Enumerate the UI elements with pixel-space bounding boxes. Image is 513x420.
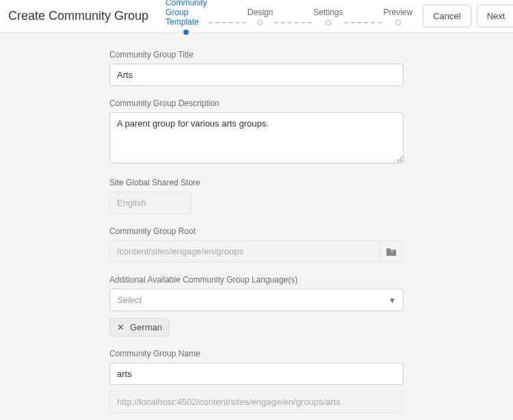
field-group-store: Site Global Shared Store English <box>109 178 404 214</box>
step-dot <box>326 20 331 25</box>
description-textarea[interactable]: A parent group for various arts groups. <box>109 112 404 163</box>
field-group-root: Community Group Root /content/sites/enga… <box>109 226 404 263</box>
form-area: Community Group Title Community Group De… <box>0 33 513 420</box>
step-template[interactable]: Community Group Template <box>166 0 207 35</box>
store-readonly: English <box>109 192 192 214</box>
root-path-readonly: /content/sites/engage/en/groups <box>109 240 379 263</box>
language-chip-german[interactable]: ✕ German <box>109 318 170 337</box>
title-input[interactable] <box>109 64 404 86</box>
root-row: /content/sites/engage/en/groups <box>109 240 404 263</box>
field-group-title: Community Group Title <box>109 50 404 86</box>
root-browse-button[interactable] <box>379 240 404 263</box>
step-label: Settings <box>313 8 343 17</box>
field-group-name: Community Group Name http://localhost:45… <box>109 349 404 420</box>
step-label: Preview <box>383 8 412 17</box>
step-settings[interactable]: Settings <box>313 8 343 25</box>
chevron-down-icon: ▼ <box>389 296 396 304</box>
step-dot <box>183 29 189 35</box>
store-label: Site Global Shared Store <box>109 178 404 187</box>
language-chip-label: German <box>130 322 162 332</box>
url-preview: http://localhost:4502/content/sites/enga… <box>109 391 404 413</box>
cancel-button[interactable]: Cancel <box>423 5 471 27</box>
languages-label: Additional Available Community Group Lan… <box>109 275 404 285</box>
next-button[interactable]: Next <box>477 5 513 27</box>
step-label: Design <box>248 8 273 17</box>
step-preview[interactable]: Preview <box>383 8 412 25</box>
close-icon: ✕ <box>117 322 124 332</box>
languages-select[interactable]: Select ▼ <box>109 289 404 311</box>
step-label: Community Group Template <box>166 0 207 27</box>
field-group-description: Community Group Description A parent gro… <box>109 99 404 166</box>
step-design[interactable]: Design <box>248 8 273 25</box>
root-label: Community Group Root <box>109 226 404 236</box>
step-connector <box>209 22 246 23</box>
step-connector <box>344 22 382 23</box>
description-label: Community Group Description <box>109 99 404 108</box>
title-label: Community Group Title <box>109 50 404 60</box>
field-group-languages: Additional Available Community Group Lan… <box>109 275 404 337</box>
step-dot <box>257 20 263 25</box>
name-label: Community Group Name <box>109 349 404 358</box>
page-title: Create Community Group <box>8 9 148 23</box>
top-bar: Create Community Group Community Group T… <box>0 0 513 33</box>
step-connector <box>274 22 312 23</box>
folder-icon <box>386 247 397 257</box>
header-actions: Cancel Next <box>423 5 513 27</box>
step-dot <box>395 20 401 25</box>
languages-placeholder: Select <box>117 295 142 305</box>
name-input[interactable] <box>109 363 404 385</box>
wizard-stepper: Community Group Template Design Settings… <box>166 0 412 35</box>
